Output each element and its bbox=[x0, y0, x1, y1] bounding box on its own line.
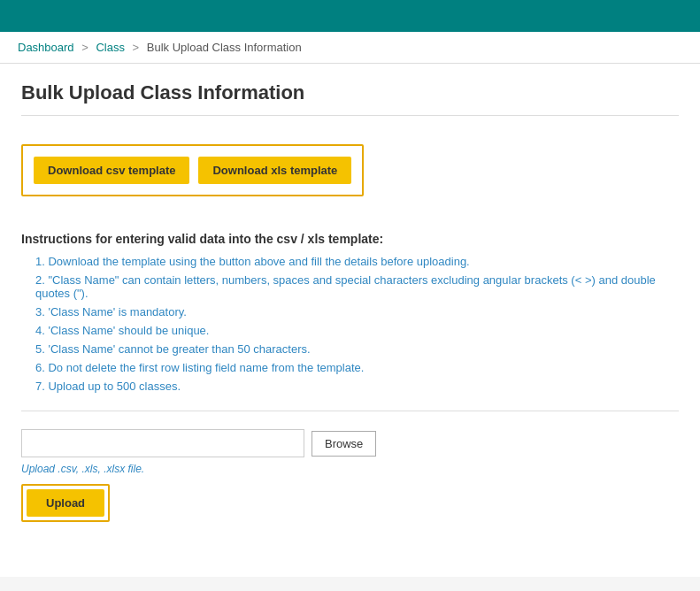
instruction-item: 2. "Class Name" can contain letters, num… bbox=[30, 273, 679, 300]
breadcrumb: Dashboard > Class > Bulk Upload Class In… bbox=[0, 32, 700, 64]
instruction-item: 7. Upload up to 500 classes. bbox=[30, 380, 679, 393]
download-xls-button[interactable]: Download xls template bbox=[198, 157, 351, 184]
breadcrumb-current: Bulk Upload Class Information bbox=[147, 41, 302, 54]
upload-hint: Upload .csv, .xls, .xlsx file. bbox=[21, 463, 679, 475]
upload-button[interactable]: Upload bbox=[27, 489, 104, 517]
instructions-list: 1. Download the template using the butto… bbox=[21, 255, 679, 393]
download-csv-button[interactable]: Download csv template bbox=[34, 157, 189, 184]
instruction-item: 5. 'Class Name' cannot be greater than 5… bbox=[30, 342, 679, 356]
file-input-row: Browse bbox=[21, 429, 679, 457]
breadcrumb-class[interactable]: Class bbox=[96, 41, 125, 54]
page-title: Bulk Upload Class Information bbox=[21, 81, 679, 116]
download-button-group: Download csv template Download xls templ… bbox=[21, 144, 364, 196]
instruction-item: 6. Do not delete the first row listing f… bbox=[30, 361, 679, 374]
instruction-item: 1. Download the template using the butto… bbox=[30, 255, 679, 268]
browse-button[interactable]: Browse bbox=[312, 431, 376, 457]
file-path-input[interactable] bbox=[21, 429, 304, 457]
instructions-title: Instructions for entering valid data int… bbox=[21, 232, 679, 246]
breadcrumb-dashboard[interactable]: Dashboard bbox=[18, 41, 74, 54]
main-content: Bulk Upload Class Information Download c… bbox=[0, 64, 700, 577]
upload-section: Browse Upload .csv, .xls, .xlsx file. Up… bbox=[21, 429, 679, 522]
breadcrumb-separator-1: > bbox=[81, 41, 88, 54]
top-navigation-bar bbox=[0, 0, 700, 32]
instructions-section: Instructions for entering valid data int… bbox=[21, 232, 679, 393]
breadcrumb-separator-2: > bbox=[133, 41, 140, 54]
upload-button-wrapper: Upload bbox=[21, 484, 110, 522]
instruction-item: 4. 'Class Name' should be unique. bbox=[30, 324, 679, 337]
instruction-item: 3. 'Class Name' is mandatory. bbox=[30, 305, 679, 319]
divider bbox=[21, 411, 679, 411]
